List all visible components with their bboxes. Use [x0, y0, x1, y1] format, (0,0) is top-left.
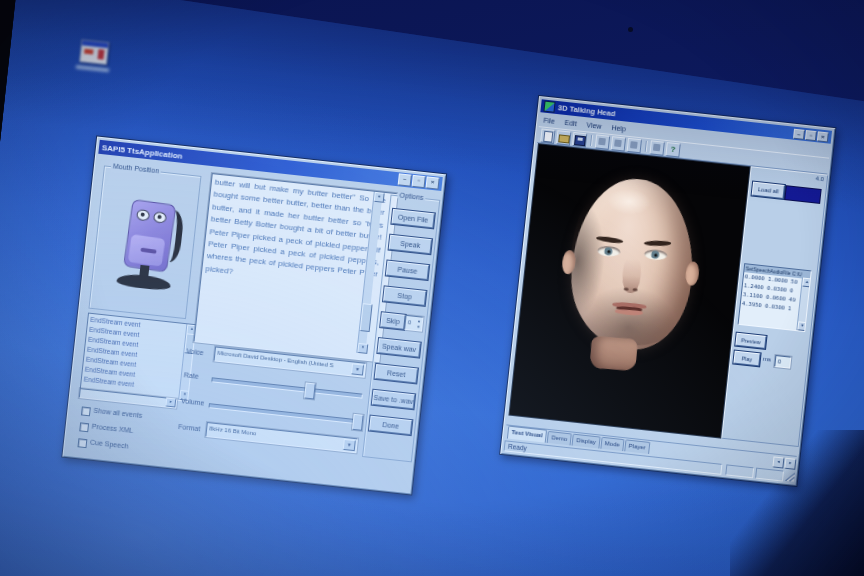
skip-button[interactable]: Skip: [380, 312, 405, 330]
options-label: Options: [397, 191, 426, 201]
scroll-down-icon[interactable]: ▼: [357, 343, 368, 354]
ms-input[interactable]: 0: [774, 355, 791, 369]
maximize-icon[interactable]: ▫: [805, 130, 817, 141]
menu-view[interactable]: View: [586, 121, 602, 130]
mic-right-eye: [153, 211, 167, 224]
desktop: SAPI5 TtsApplication – ▫ × Mouth Positio…: [0, 0, 864, 576]
new-file-icon[interactable]: [540, 128, 555, 143]
skip-count-spinner[interactable]: 0 ▲ ▼: [404, 315, 424, 332]
event-list[interactable]: EndStream event EndStream event EndStrea…: [80, 313, 197, 402]
format-combo[interactable]: 8kHz 16 Bit Mono ▼: [205, 422, 358, 453]
load-all-button[interactable]: Load all: [752, 182, 785, 199]
print-icon[interactable]: [649, 140, 664, 155]
face-render-panel: [508, 143, 750, 439]
mouth-position-group: Mouth Position: [88, 165, 201, 319]
mouth: [612, 302, 647, 316]
volume-slider-thumb[interactable]: [352, 414, 364, 431]
tab-demo[interactable]: Demo: [547, 431, 572, 446]
rate-slider-thumb[interactable]: [304, 382, 316, 399]
tts-app-window: SAPI5 TtsApplication – ▫ × Mouth Positio…: [61, 135, 447, 495]
resize-grip[interactable]: [785, 471, 795, 481]
chevron-down-icon[interactable]: ▼: [343, 439, 356, 451]
neck: [590, 336, 638, 371]
checkbox-icon[interactable]: [81, 406, 91, 416]
tab-scroll-left-icon[interactable]: ◄: [772, 456, 784, 468]
minimize-icon[interactable]: –: [793, 128, 805, 139]
scroll-down-icon[interactable]: ▼: [797, 321, 807, 331]
talking-head-face: [566, 175, 698, 353]
checkbox-label: Cue Speech: [90, 439, 129, 450]
tab-scroll-right-icon[interactable]: ►: [784, 458, 796, 470]
menu-file[interactable]: File: [543, 117, 555, 125]
skip-count-value: 0: [408, 319, 412, 325]
level-display-box: [784, 185, 821, 204]
chevron-down-icon[interactable]: ▼: [351, 363, 364, 375]
volume-label: Volume: [181, 397, 205, 406]
mic-base: [116, 272, 171, 291]
menu-edit[interactable]: Edit: [564, 119, 577, 127]
mouth-position-label: Mouth Position: [111, 162, 162, 174]
spin-down-icon[interactable]: ▼: [416, 324, 420, 329]
volume-slider[interactable]: [208, 403, 360, 424]
phoneme-timing-list[interactable]: SetSpeechAudioFile C:\U 0.0000 1.0000 50…: [738, 263, 812, 332]
ms-value: 0: [778, 358, 782, 364]
checkbox-icon[interactable]: [77, 438, 87, 448]
scroll-up-icon[interactable]: ▲: [374, 192, 385, 203]
toolbar-separator: [590, 135, 592, 146]
mic-face: [128, 234, 166, 267]
scroll-up-icon[interactable]: ▲: [802, 278, 812, 288]
paste-icon[interactable]: [627, 137, 642, 152]
close-icon[interactable]: ×: [817, 131, 829, 142]
mic-mouth: [140, 248, 156, 254]
desktop-icon-app[interactable]: [78, 39, 112, 72]
toolbar-separator: [645, 141, 647, 152]
app-window-icon: [79, 39, 109, 65]
rate-label: Rate: [184, 371, 199, 380]
scroll-right-icon[interactable]: ►: [165, 397, 176, 407]
tab-mode[interactable]: Mode: [600, 437, 624, 451]
desktop-icon-label: [75, 65, 109, 73]
checkbox-label: Process XML: [91, 423, 133, 434]
camera-dust-dot: [628, 27, 633, 32]
right-eyebrow: [644, 241, 671, 246]
talking-head-window: 3D Talking Head – ▫ × File Edit View Hel…: [499, 95, 836, 487]
checkbox-label: Show all events: [93, 407, 143, 419]
spin-up-icon[interactable]: ▲: [417, 318, 421, 323]
close-icon[interactable]: ×: [425, 176, 439, 189]
help-icon[interactable]: ?: [665, 142, 680, 157]
open-folder-icon[interactable]: [556, 130, 571, 145]
format-label: Format: [178, 423, 201, 432]
status-cell: [755, 467, 784, 481]
format-combo-value: 8kHz 16 Bit Mono: [209, 425, 345, 446]
status-cell: [725, 464, 754, 478]
photo-backdrop: { "icons": { "minimize": "–", "maximize"…: [0, 0, 864, 576]
checkbox-icon[interactable]: [79, 422, 89, 432]
copy-icon[interactable]: [611, 136, 626, 151]
right-eye: [644, 249, 668, 261]
version-text: 4.0: [815, 175, 824, 182]
minimize-icon[interactable]: –: [398, 173, 412, 186]
app-icon: [543, 101, 555, 113]
save-icon[interactable]: [572, 131, 587, 146]
menu-help[interactable]: Help: [611, 124, 626, 133]
ms-label: ms: [763, 356, 772, 363]
cut-icon[interactable]: [595, 134, 610, 149]
forehead-highlight: [606, 187, 652, 216]
preview-button[interactable]: Preview: [735, 333, 766, 349]
maximize-icon[interactable]: ▫: [412, 175, 426, 188]
mic-left-eye: [136, 209, 150, 222]
play-button[interactable]: Play: [733, 351, 760, 367]
rate-slider[interactable]: [211, 377, 363, 398]
